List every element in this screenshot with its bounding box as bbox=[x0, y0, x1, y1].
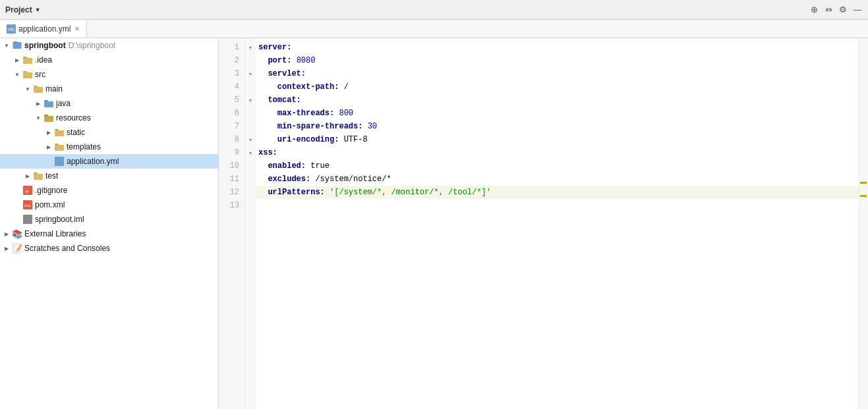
fold-5[interactable]: ▾ bbox=[245, 94, 256, 107]
iml-label: springboot.iml bbox=[35, 215, 216, 224]
idea-label: .idea bbox=[35, 55, 216, 65]
code-line-6: max-threads: 800 bbox=[256, 107, 859, 120]
svg-rect-10 bbox=[44, 101, 53, 107]
sidebar-item-src[interactable]: src bbox=[0, 67, 218, 82]
svg-rect-18 bbox=[55, 157, 64, 166]
tree-root[interactable]: springbootD:\springboot bbox=[0, 38, 218, 53]
sidebar-item-iml[interactable]: springboot.iml bbox=[0, 212, 218, 227]
svg-rect-25 bbox=[23, 215, 32, 224]
line-num-10: 10 bbox=[219, 159, 245, 173]
fold-9[interactable]: ▾ bbox=[245, 146, 256, 159]
fold-4 bbox=[245, 80, 256, 94]
svg-text:YML: YML bbox=[8, 27, 15, 32]
svg-rect-20 bbox=[34, 173, 38, 174]
folder-main-icon bbox=[33, 84, 43, 94]
folder-src-icon bbox=[22, 69, 33, 80]
code-line-3: servlet: bbox=[256, 67, 859, 80]
code-line-8: uri-encoding: UTF-8 bbox=[256, 133, 859, 146]
main-area: springbootD:\springboot .idea src mai bbox=[0, 38, 868, 409]
src-label: src bbox=[35, 70, 216, 79]
yaml-file-icon bbox=[54, 156, 65, 167]
sidebar-item-application-yml[interactable]: application.yml bbox=[0, 154, 218, 169]
sidebar-item-static[interactable]: static bbox=[0, 125, 218, 140]
margin-marker-2 bbox=[860, 195, 867, 197]
java-label: java bbox=[56, 99, 216, 108]
folder-java-icon bbox=[43, 98, 54, 109]
fold-13 bbox=[245, 199, 256, 212]
templates-label: templates bbox=[67, 142, 216, 151]
main-label: main bbox=[45, 84, 216, 94]
sidebar-item-idea[interactable]: .idea bbox=[0, 53, 218, 67]
external-libraries-icon: 📚 bbox=[12, 229, 22, 239]
main-arrow bbox=[22, 86, 33, 92]
line-num-1: 1 bbox=[219, 41, 245, 54]
application-yml-label: application.yml bbox=[67, 157, 216, 166]
svg-rect-7 bbox=[23, 71, 27, 72]
code-line-9: xss: bbox=[256, 146, 859, 159]
folder-static-icon bbox=[54, 127, 65, 138]
project-icon bbox=[12, 40, 22, 51]
test-arrow bbox=[22, 173, 33, 179]
code-line-11: excludes: /system/notice/* bbox=[256, 173, 859, 186]
sidebar-item-templates[interactable]: templates bbox=[0, 140, 218, 154]
yaml-file-icon: YML bbox=[7, 24, 16, 34]
sidebar-item-external-libraries[interactable]: 📚 External Libraries bbox=[0, 227, 218, 241]
svg-rect-11 bbox=[44, 100, 48, 101]
title-bar: Project ▼ ⊕ ⇔ ⚙ — bbox=[0, 0, 868, 20]
settings-icon[interactable]: ⚙ bbox=[838, 5, 848, 15]
resources-arrow bbox=[33, 115, 43, 121]
java-arrow bbox=[33, 101, 43, 107]
horizontal-split-icon[interactable]: ⇔ bbox=[823, 5, 834, 15]
code-line-13 bbox=[256, 199, 859, 212]
sidebar-item-test[interactable]: test bbox=[0, 169, 218, 183]
svg-text:.git: .git bbox=[24, 189, 29, 193]
svg-rect-8 bbox=[34, 87, 43, 93]
code-line-10: enabled: true bbox=[256, 159, 859, 173]
folder-templates-icon bbox=[54, 142, 65, 152]
svg-rect-19 bbox=[34, 174, 43, 180]
line-num-4: 4 bbox=[219, 80, 245, 94]
fold-11 bbox=[245, 173, 256, 186]
fold-10 bbox=[245, 159, 256, 173]
project-sidebar: springbootD:\springboot .idea src mai bbox=[0, 38, 219, 409]
margin-marker-1 bbox=[860, 182, 867, 184]
sidebar-item-scratches[interactable]: 📝 Scratches and Consoles bbox=[0, 241, 218, 256]
line-num-12: 12 bbox=[219, 186, 245, 199]
static-arrow bbox=[43, 130, 54, 136]
fold-6 bbox=[245, 107, 256, 120]
sidebar-item-pom-xml[interactable]: mvn pom.xml bbox=[0, 198, 218, 212]
line-num-3: 3 bbox=[219, 67, 245, 80]
sidebar-item-java[interactable]: java bbox=[0, 96, 218, 111]
tab-application-yml[interactable]: YML application.yml ✕ bbox=[0, 20, 87, 38]
line-num-9: 9 bbox=[219, 146, 245, 159]
add-content-icon[interactable]: ⊕ bbox=[809, 5, 819, 15]
project-dropdown[interactable]: Project ▼ bbox=[5, 5, 41, 14]
fold-8[interactable]: ▾ bbox=[245, 133, 256, 146]
tab-bar: YML application.yml ✕ bbox=[0, 20, 868, 38]
sidebar-item-main[interactable]: main bbox=[0, 82, 218, 96]
static-label: static bbox=[67, 128, 216, 137]
sidebar-item-resources[interactable]: resources bbox=[0, 111, 218, 125]
code-editor[interactable]: server: port: 8080 servlet: context-path… bbox=[256, 38, 859, 409]
svg-rect-5 bbox=[23, 57, 27, 58]
folder-idea-icon bbox=[22, 55, 33, 65]
svg-rect-9 bbox=[34, 86, 38, 87]
fold-1[interactable]: ▾ bbox=[245, 41, 256, 54]
fold-3[interactable]: ▾ bbox=[245, 67, 256, 80]
src-arrow bbox=[12, 72, 22, 78]
svg-rect-14 bbox=[55, 130, 64, 136]
svg-rect-15 bbox=[55, 129, 59, 130]
tab-close-icon[interactable]: ✕ bbox=[74, 25, 80, 32]
line-num-7: 7 bbox=[219, 120, 245, 133]
chevron-down-icon: ▼ bbox=[35, 7, 41, 13]
toolbar-icons: ⊕ ⇔ ⚙ — bbox=[809, 5, 863, 15]
scratches-label: Scratches and Consoles bbox=[24, 244, 216, 253]
line-num-13: 13 bbox=[219, 199, 245, 212]
editor-area: 1 2 3 4 5 6 7 8 9 10 11 12 13 ▾ ▾ ▾ ▾ ▾ bbox=[219, 38, 868, 409]
fold-gutter: ▾ ▾ ▾ ▾ ▾ bbox=[245, 38, 256, 409]
code-line-12: urlPatterns: '[/system/*, /monitor/*, /t… bbox=[256, 186, 859, 199]
iml-file-icon bbox=[22, 214, 33, 225]
sidebar-item-gitignore[interactable]: .git .gitignore bbox=[0, 183, 218, 198]
folder-resources-icon bbox=[43, 113, 54, 123]
close-panel-icon[interactable]: — bbox=[852, 5, 863, 15]
